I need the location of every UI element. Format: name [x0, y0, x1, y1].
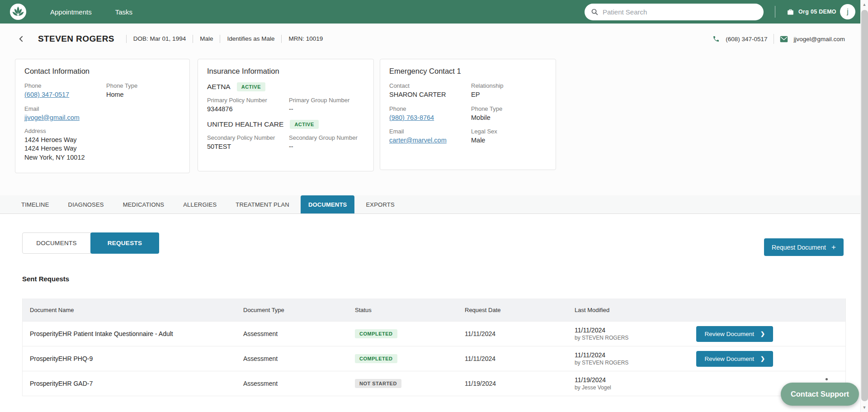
address-line: 1424 Heroes Way [24, 144, 180, 153]
patient-header: STEVEN ROGERS DOB: Mar 01, 1994 Male Ide… [0, 24, 860, 54]
tab-timeline[interactable]: TIMELINE [14, 195, 57, 213]
patient-name: STEVEN ROGERS [38, 34, 114, 44]
patient-tabs: TIMELINE DIAGNOSES MEDICATIONS ALLERGIES… [0, 195, 860, 214]
document-type: Assessment [243, 355, 355, 362]
nav-appointments[interactable]: Appointments [50, 8, 92, 16]
app-screen: Appointments Tasks Org 05 DEMO j STEVEN … [0, 0, 868, 412]
primary-insurance-status-badge: ACTIVE [237, 82, 265, 91]
secondary-insurance-status-badge: ACTIVE [290, 120, 318, 129]
patient-search[interactable] [585, 4, 764, 20]
phone-link[interactable]: (608) 347-0517 [24, 91, 69, 98]
ec-phone-label: Phone [389, 105, 471, 112]
top-navbar: Appointments Tasks Org 05 DEMO j [0, 0, 860, 24]
email-label: Email [24, 105, 180, 112]
sent-requests-title: Sent Requests [22, 275, 69, 283]
ec-phone-link[interactable]: (980) 763-8764 [389, 114, 434, 121]
contact-information-card: Contact Information Phone (608) 347-0517… [15, 59, 190, 173]
secondary-insurer-name: UNITED HEALTH CARE [207, 120, 283, 128]
table-row: ProsperityEHR Patient Intake Questionnai… [23, 321, 845, 346]
ec-phone-type-value: Mobile [471, 114, 547, 123]
document-type: Assessment [243, 380, 355, 387]
document-name: ProsperityEHR PHQ-9 [23, 355, 243, 362]
contact-support-button[interactable]: Contact Support [781, 383, 859, 406]
documents-subtabs: DOCUMENTS REQUESTS [22, 232, 159, 254]
mail-icon [780, 36, 788, 43]
secondary-policy-value: 50TEST [207, 142, 289, 152]
emergency-contact-card: Emergency Contact 1 Contact SHARON CARTE… [380, 59, 556, 170]
patient-phone-quick[interactable]: (608) 347-0517 [726, 36, 767, 43]
secondary-group-value: -- [289, 142, 364, 152]
phone-type-value: Home [106, 90, 180, 99]
review-document-label: Review Document [704, 331, 754, 337]
document-name: ProsperityEHR Patient Intake Questionnai… [23, 330, 243, 337]
patient-sex: Male [193, 35, 220, 43]
col-request-date: Request Date [465, 307, 575, 313]
col-document-type: Document Type [243, 307, 355, 313]
subtab-requests[interactable]: REQUESTS [90, 232, 159, 254]
primary-policy-value: 9344876 [207, 105, 289, 114]
request-document-button[interactable]: Request Document + [764, 238, 844, 256]
contact-divider [774, 34, 774, 44]
modified-by: by Jesse Vogel [575, 384, 685, 391]
scroll-down-arrow-icon[interactable]: ▼ [861, 405, 868, 410]
scrollbar-thumb[interactable] [861, 10, 868, 401]
sent-requests-table: Document Name Document Type Status Reque… [22, 298, 846, 396]
secondary-group-label: Secondary Group Number [289, 134, 364, 141]
card-title: Contact Information [24, 67, 180, 76]
phone-label: Phone [24, 82, 106, 89]
patient-identity: Identifies as Male [220, 35, 281, 43]
modified-date: 11/11/2024 [575, 351, 685, 359]
ec-email-label: Email [389, 128, 471, 135]
subtab-documents[interactable]: DOCUMENTS [22, 232, 91, 254]
nav-tasks[interactable]: Tasks [115, 8, 132, 16]
request-date: 11/11/2024 [465, 355, 575, 362]
primary-group-label: Primary Group Number [289, 97, 364, 104]
chevron-right-icon: ❯ [760, 355, 765, 362]
nav-divider [775, 6, 775, 18]
status-badge: COMPLETED [355, 329, 397, 338]
request-date: 11/11/2024 [465, 330, 575, 337]
modified-date: 11/19/2024 [575, 376, 685, 384]
tab-exports[interactable]: EXPORTS [358, 195, 402, 213]
table-row: ProsperityEHR PHQ-9 Assessment COMPLETED… [23, 346, 845, 371]
scroll-up-arrow-icon[interactable]: ▲ [861, 2, 868, 7]
contact-value: SHARON CARTER [389, 90, 471, 99]
relationship-label: Relationship [471, 82, 547, 89]
tab-treatment-plan[interactable]: TREATMENT PLAN [228, 195, 297, 213]
tab-medications[interactable]: MEDICATIONS [115, 195, 172, 213]
address-line: 1424 Heroes Way [24, 136, 180, 145]
tab-diagnoses[interactable]: DIAGNOSES [61, 195, 112, 213]
org-selector[interactable]: Org 05 DEMO [787, 0, 836, 24]
plus-icon: + [831, 243, 836, 251]
status-badge: NOT STARTED [355, 379, 401, 388]
phone-type-label: Phone Type [106, 82, 180, 89]
request-date: 11/19/2024 [465, 380, 575, 387]
legal-sex-label: Legal Sex [471, 128, 547, 135]
chevron-right-icon: ❯ [760, 331, 765, 337]
review-document-button[interactable]: Review Document ❯ [696, 351, 773, 367]
phone-icon [712, 35, 720, 43]
address-label: Address [24, 128, 180, 134]
email-link[interactable]: jjvogel@gmail.com [24, 114, 80, 121]
pending-indicator-dot [826, 378, 828, 380]
review-document-button[interactable]: Review Document ❯ [696, 326, 773, 342]
search-icon [591, 8, 599, 16]
user-avatar[interactable]: j [840, 4, 855, 19]
document-name: ProsperityEHR GAD-7 [23, 380, 243, 387]
patient-contact-quick: (608) 347-0517 jjvogel@gmail.com [712, 24, 845, 54]
vertical-scrollbar[interactable]: ▲ ▼ [860, 0, 868, 412]
back-button[interactable] [16, 33, 27, 44]
patient-email-quick[interactable]: jjvogel@gmail.com [794, 36, 845, 43]
col-status: Status [355, 307, 465, 313]
patient-meta: DOB: Mar 01, 1994 Male Identifies as Mal… [126, 35, 330, 43]
patient-dob: DOB: Mar 01, 1994 [126, 35, 193, 43]
chevron-left-icon [17, 34, 26, 43]
tab-allergies[interactable]: ALLERGIES [175, 195, 224, 213]
lotus-logo-icon[interactable] [9, 3, 27, 20]
contact-label: Contact [389, 82, 471, 89]
primary-policy-label: Primary Policy Number [207, 97, 289, 104]
ec-email-link[interactable]: carter@marvel.com [389, 137, 447, 144]
tab-documents[interactable]: DOCUMENTS [301, 195, 355, 213]
search-input[interactable] [603, 8, 757, 16]
card-title: Emergency Contact 1 [389, 67, 547, 76]
